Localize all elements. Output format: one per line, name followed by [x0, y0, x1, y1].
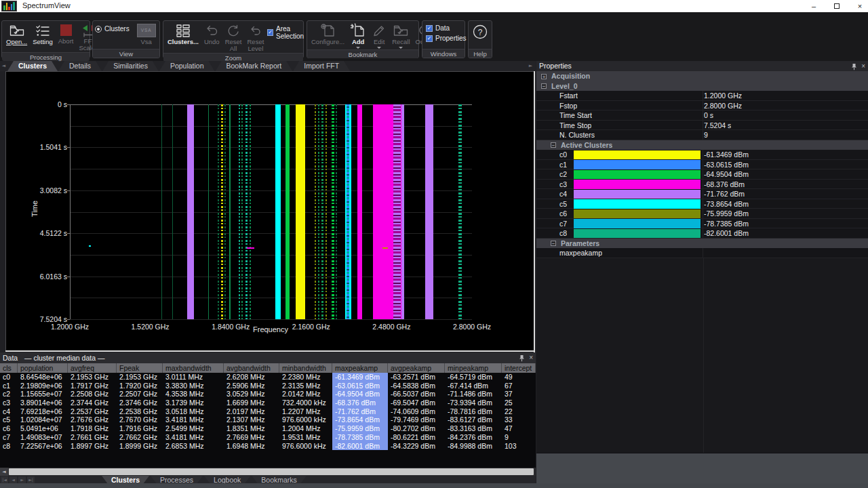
table-row-c5[interactable]: c51.02084e+072.7676 GHz2.7670 GHz3.4181 … — [0, 415, 536, 424]
tab-scroll-right-icon[interactable]: ► — [527, 61, 534, 71]
tab-similarities[interactable]: Similarities — [102, 61, 159, 71]
cluster-row-c2[interactable]: c2-64.9504 dBm — [536, 169, 868, 180]
column-header-cls[interactable]: cls — [0, 363, 18, 373]
table-row-c2[interactable]: c21.15655e+072.2508 GHz2.2507 GHz4.3538 … — [0, 390, 536, 399]
y-tick-label: 3.0082 s — [9, 186, 67, 195]
tab-import-fft[interactable]: Import FFT — [293, 61, 350, 71]
collapse-icon[interactable]: − — [541, 83, 547, 89]
cluster-row-c3[interactable]: c3-68.376 dBm — [536, 180, 868, 190]
undo-button[interactable]: Undo — [202, 22, 222, 46]
table-row-c4[interactable]: c47.69218e+062.2537 GHz2.2538 GHz3.0518 … — [0, 407, 536, 416]
cluster-row-c5[interactable]: c5-73.8654 dBm — [536, 199, 868, 209]
cell-minbandwidth: 976.6000 kHz — [279, 415, 332, 424]
abort-button[interactable]: Abort — [56, 22, 76, 45]
setting-button[interactable]: Setting — [31, 22, 55, 46]
scroll-left-icon[interactable]: ◄ — [0, 468, 8, 476]
edit-bookmark-button[interactable]: Edit — [370, 22, 389, 49]
reset-all-button[interactable]: Reset All — [223, 22, 244, 53]
column-divider — [703, 248, 703, 258]
table-row-c3[interactable]: c33.89014e+062.3744 GHz2.3746 GHz3.1739 … — [0, 399, 536, 407]
cluster-row-c8[interactable]: c8-82.6001 dBm — [536, 228, 868, 239]
configure-button[interactable]: Configure... — [309, 22, 347, 46]
cell-minpeakamp: -84.9988 dBm — [445, 442, 502, 451]
maximize-button[interactable] — [833, 2, 841, 10]
column-header-maxpeakamp[interactable]: maxpeakamp — [332, 363, 388, 373]
nav-prev-icon[interactable]: ◄ — [9, 476, 17, 483]
column-divider — [703, 180, 703, 189]
property-row-fstop[interactable]: Fstop2.8000 GHz — [536, 101, 868, 111]
scrollbar-thumb[interactable] — [9, 468, 534, 475]
zoom-clusters-button[interactable]: Clusters... — [165, 22, 201, 46]
table-row-c7[interactable]: c71.49083e+072.7661 GHz2.7662 GHz3.4181 … — [0, 433, 536, 442]
close-button[interactable]: × — [856, 2, 864, 10]
nav-last-icon[interactable]: ►| — [27, 476, 35, 483]
column-header-fpeak[interactable]: Fpeak — [117, 363, 163, 373]
cell-cls: c4 — [0, 407, 18, 416]
horizontal-scrollbar[interactable]: ◄ — [0, 468, 536, 476]
gridline — [70, 104, 472, 105]
column-header-avgfreq[interactable]: avgfreq — [68, 363, 117, 373]
vsa-button[interactable]: VSA Vsa — [135, 22, 158, 46]
close-panel-icon[interactable]: × — [529, 354, 533, 362]
cell-fpeak: 2.2507 GHz — [117, 390, 163, 399]
cluster-row-c6[interactable]: c6-75.9959 dBm — [536, 209, 868, 219]
column-header-minbandwidth[interactable]: minbandwidth — [279, 363, 332, 373]
recall-bookmark-button[interactable]: Recall — [390, 22, 412, 49]
close-panel-icon[interactable]: × — [861, 62, 865, 70]
table-row-c6[interactable]: c65.0491e+061.7918 GHz1.7916 GHz2.5499 M… — [0, 424, 536, 433]
table-row-c8[interactable]: c87.22567e+061.8997 GHz1.8999 GHz2.6853 … — [0, 442, 536, 451]
x-tick-label: 1.8400 GHz — [212, 323, 250, 331]
expand-icon[interactable]: + — [541, 74, 547, 79]
column-header-avgbandwidth[interactable]: avgbandwidth — [224, 363, 279, 373]
collapse-icon[interactable]: − — [551, 142, 556, 148]
column-divider — [703, 101, 703, 110]
tab-bookmark-report[interactable]: BookMark Report — [216, 61, 293, 71]
tab-population[interactable]: Population — [159, 61, 215, 71]
data-window-checkbox[interactable]: ✓ Data — [426, 24, 450, 32]
cell-population: 1.49083e+07 — [18, 433, 68, 442]
reset-level-button[interactable]: Reset Level — [245, 22, 266, 53]
cluster-row-c1[interactable]: c1-63.0615 dBm — [536, 160, 868, 170]
nav-next-icon[interactable]: ► — [18, 476, 26, 483]
spectrogram-band — [239, 104, 240, 319]
tab-details[interactable]: Details — [58, 61, 102, 71]
cluster-row-c7[interactable]: c7-78.7385 dBm — [536, 219, 868, 229]
tab-scroll-left-icon[interactable]: ◄ — [0, 61, 7, 71]
property-row-time-start[interactable]: Time Start0 s — [536, 110, 868, 121]
category-row-level-0[interactable]: −Level_0 — [536, 81, 868, 92]
column-header-maxbandwidth[interactable]: maxbandwidth — [163, 363, 224, 373]
area-selection-checkbox[interactable]: ✓ Area Selection — [267, 22, 304, 40]
table-row-c1[interactable]: c12.19809e+061.7917 GHz1.7920 GHz3.3830 … — [0, 382, 536, 390]
property-row-maxpeakamp[interactable]: maxpeakamp — [536, 248, 868, 258]
open-button[interactable]: Open... — [4, 22, 29, 46]
group-label-bookmark: Bookmark — [307, 49, 418, 58]
tab-clusters[interactable]: Clusters — [7, 61, 58, 71]
category-row-parameters[interactable]: −Parameters — [536, 239, 868, 249]
cell-maxpeakamp: -68.376 dBm — [332, 399, 388, 407]
property-row-n-clusters[interactable]: N. Clusters9 — [536, 130, 868, 140]
column-header-population[interactable]: population — [18, 363, 68, 373]
collapse-icon[interactable]: − — [551, 241, 556, 246]
column-header-avgpeakamp[interactable]: avgpeakamp — [388, 363, 445, 373]
cluster-row-c4[interactable]: c4-71.762 dBm — [536, 189, 868, 199]
spectrogram-plot-area[interactable] — [70, 104, 472, 319]
add-page-icon — [350, 23, 366, 38]
column-header-minpeakamp[interactable]: minpeakamp — [445, 363, 502, 373]
pin-icon[interactable] — [519, 354, 525, 362]
minimize-button[interactable]: – — [810, 2, 818, 10]
spectrogram-band — [347, 104, 349, 319]
properties-window-checkbox[interactable]: ✓ Properties — [426, 35, 467, 42]
pin-icon[interactable] — [851, 63, 857, 70]
category-row-acquisition[interactable]: +Acquisition — [536, 71, 868, 81]
view-clusters-radio[interactable]: Clusters — [95, 25, 130, 33]
nav-first-icon[interactable]: |◄ — [1, 476, 8, 483]
cluster-row-c0[interactable]: c0-61.3469 dBm — [536, 150, 868, 160]
category-row-active-clusters[interactable]: −Active Clusters — [536, 140, 868, 150]
help-button[interactable]: ? — [470, 22, 490, 41]
property-row-fstart[interactable]: Fstart1.2000 GHz — [536, 91, 868, 101]
spectrogram-band — [326, 104, 327, 319]
add-bookmark-button[interactable]: Add — [348, 22, 368, 49]
column-header-intercept[interactable]: intercept — [502, 363, 536, 373]
table-row-c0[interactable]: c08.64548e+062.1953 GHz2.1953 GHz3.0111 … — [0, 373, 536, 382]
property-row-time-stop[interactable]: Time Stop7.5204 s — [536, 121, 868, 131]
